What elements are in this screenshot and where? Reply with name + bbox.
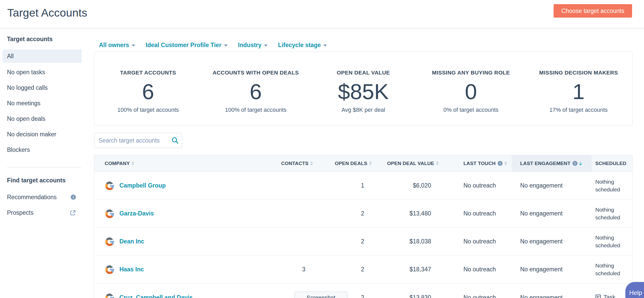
- sidebar-item-recommendations[interactable]: Recommendationsi: [3, 189, 81, 205]
- company-link[interactable]: Campbell Group: [119, 182, 166, 189]
- column-header-last-touch[interactable]: LAST TOUCHi: [440, 155, 512, 172]
- chevron-down-icon: [323, 44, 327, 47]
- last-engagement-cell: No engagement: [512, 266, 592, 273]
- stat-value: 0: [417, 78, 525, 105]
- filter-label: Lifecycle stage: [278, 41, 321, 49]
- company-link[interactable]: Garza-Davis: [119, 210, 154, 217]
- filter-industry[interactable]: Industry: [238, 41, 268, 49]
- stat-missing-any-buying-role: MISSING ANY BUYING ROLE00% of target acc…: [417, 69, 525, 125]
- stat-value: 6: [94, 78, 202, 105]
- company-cell: Garza-Davis: [94, 209, 262, 218]
- filter-label: Industry: [238, 41, 262, 49]
- table-body: Campbell Group1$6,020No outreachNo engag…: [94, 172, 632, 298]
- screenshot-button[interactable]: Screenshot: [295, 292, 347, 298]
- company-logo-icon: [105, 265, 114, 274]
- column-header-open-deals[interactable]: OPEN DEALS: [314, 155, 373, 172]
- column-header-label: OPEN DEAL VALUE: [387, 161, 434, 166]
- filters-row: All ownersIdeal Customer Profile TierInd…: [99, 41, 644, 49]
- column-header-label: CONTACTS: [281, 161, 309, 166]
- table-row: Haas Inc32$18,347No outreachNo engagemen…: [94, 256, 632, 284]
- sidebar-item-no-open-deals[interactable]: No open deals: [3, 111, 82, 126]
- stat-target-accounts: TARGET ACCOUNTS6100% of target accounts: [94, 69, 202, 125]
- filter-all-owners[interactable]: All owners: [99, 41, 135, 49]
- company-link[interactable]: Dean Inc: [119, 238, 144, 245]
- info-icon[interactable]: i: [573, 161, 577, 166]
- sidebar-item-prospects[interactable]: Prospects: [3, 205, 81, 220]
- sidebar-item-no-decision-maker[interactable]: No decision maker: [3, 126, 82, 142]
- stat-missing-decision-makers: MISSING DECISION MAKERS117% of target ac…: [525, 69, 632, 125]
- target-accounts-table: COMPANYCONTACTSOPEN DEALSOPEN DEAL VALUE…: [94, 155, 633, 298]
- sidebar-item-no-open-tasks[interactable]: No open tasks: [3, 64, 82, 80]
- table-row: Campbell Group1$6,020No outreachNo engag…: [94, 172, 632, 200]
- stat-subtext: 100% of target accounts: [94, 106, 202, 114]
- stat-label: MISSING DECISION MAKERS: [525, 69, 632, 76]
- sidebar-item-label: Prospects: [7, 209, 33, 216]
- sort-icon: [369, 161, 372, 165]
- open-deal-value-cell: $18,347: [373, 266, 440, 273]
- table-row: Cruz, Campbell and Davis2$13,830No outre…: [94, 284, 632, 298]
- info-icon[interactable]: i: [498, 161, 503, 166]
- sidebar-item-label: Recommendations: [7, 194, 57, 201]
- open-deal-value-cell: $18,038: [373, 238, 440, 245]
- open-deals-cell: 1: [314, 182, 373, 189]
- column-header-label: OPEN DEALS: [335, 161, 367, 166]
- company-logo-icon: [105, 181, 114, 190]
- scheduled-cell: Nothing scheduled: [592, 262, 632, 277]
- column-header-open-deal-value[interactable]: OPEN DEAL VALUE: [373, 155, 440, 172]
- help-button[interactable]: Help: [625, 282, 644, 298]
- filter-label: Ideal Customer Profile Tier: [146, 41, 221, 49]
- stat-accounts-with-open-deals: ACCOUNTS WITH OPEN DEALS6100% of target …: [202, 69, 309, 125]
- stat-subtext: 17% of target accounts: [525, 106, 632, 114]
- table-header-row: COMPANYCONTACTSOPEN DEALSOPEN DEAL VALUE…: [94, 155, 632, 172]
- filter-label: All owners: [99, 41, 129, 49]
- sort-icon: [132, 161, 134, 165]
- column-header-label: LAST TOUCH: [463, 161, 496, 166]
- scheduled-cell: Nothing scheduled: [592, 178, 632, 193]
- info-icon[interactable]: i: [71, 195, 76, 200]
- stat-value: 1: [525, 78, 632, 105]
- chevron-down-icon: [224, 44, 228, 47]
- search-box: [94, 133, 182, 148]
- sort-icon: [436, 161, 439, 165]
- external-link-icon: [70, 210, 76, 216]
- company-logo-icon: [105, 209, 114, 218]
- last-engagement-cell: No engagement: [512, 182, 592, 189]
- search-input[interactable]: [94, 133, 182, 148]
- company-cell: Cruz, Campbell and Davis: [94, 293, 262, 298]
- filter-ideal-customer-profile-tier[interactable]: Ideal Customer Profile Tier: [146, 41, 227, 49]
- last-touch-cell: No outreach: [440, 238, 512, 245]
- stat-subtext: 0% of target accounts: [417, 106, 525, 114]
- stats-card: TARGET ACCOUNTS6100% of target accountsA…: [94, 51, 633, 126]
- search-icon: [171, 137, 178, 144]
- company-link[interactable]: Haas Inc: [119, 266, 144, 273]
- company-cell: Haas Inc: [94, 265, 262, 274]
- sidebar-item-no-logged-calls[interactable]: No logged calls: [3, 80, 82, 95]
- filter-lifecycle-stage[interactable]: Lifecycle stage: [278, 41, 327, 49]
- column-header-last-engagement[interactable]: LAST ENGAGEMENTi: [512, 155, 592, 172]
- column-header-contacts[interactable]: CONTACTS: [262, 155, 314, 172]
- company-logo-icon: [105, 293, 114, 298]
- sidebar-list: AllNo open tasksNo logged callsNo meetin…: [3, 49, 94, 158]
- sidebar-item-no-meetings[interactable]: No meetings: [3, 95, 82, 111]
- task-icon: [595, 294, 601, 298]
- open-deals-cell: 2: [314, 238, 373, 245]
- sidebar-find-heading: Find target accounts: [3, 176, 94, 185]
- choose-target-accounts-button[interactable]: Choose target accounts: [554, 4, 632, 18]
- table-row: Dean Inc2$18,038No outreachNo engagement…: [94, 228, 632, 256]
- column-header-company[interactable]: COMPANY: [94, 155, 262, 172]
- column-header-label: SCHEDULED: [595, 161, 626, 166]
- sidebar: Target accounts AllNo open tasksNo logge…: [0, 28, 94, 298]
- scheduled-cell: Nothing scheduled: [592, 234, 632, 249]
- stat-label: TARGET ACCOUNTS: [94, 69, 202, 76]
- last-engagement-cell: No engagement: [512, 294, 592, 298]
- company-link[interactable]: Cruz, Campbell and Davis: [119, 294, 192, 298]
- open-deal-value-cell: $13,480: [373, 210, 440, 217]
- sidebar-item-blockers[interactable]: Blockers: [3, 142, 82, 158]
- sort-icon: [579, 161, 582, 165]
- stat-subtext: 100% of target accounts: [202, 106, 309, 114]
- sidebar-item-all[interactable]: All: [3, 49, 82, 63]
- main-content: All ownersIdeal Customer Profile TierInd…: [94, 28, 644, 298]
- scheduled-label: Task: [604, 294, 615, 298]
- stat-label: ACCOUNTS WITH OPEN DEALS: [202, 69, 309, 76]
- column-header-label: COMPANY: [105, 161, 130, 166]
